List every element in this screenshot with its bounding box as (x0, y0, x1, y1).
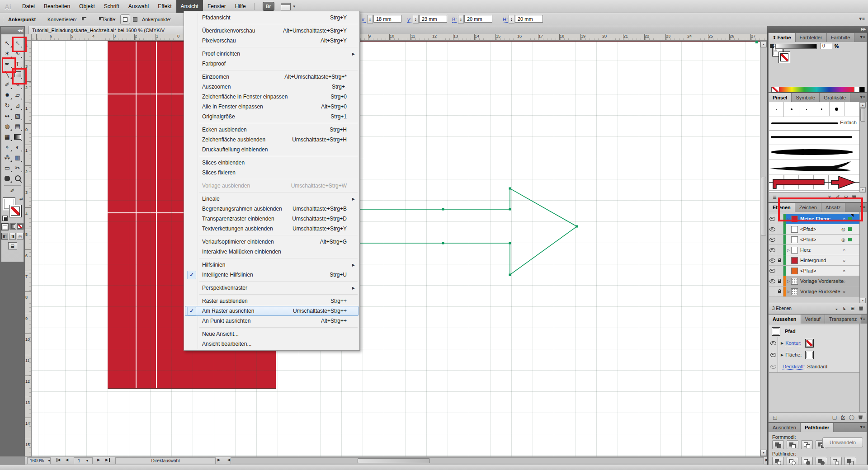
layer-row[interactable]: Hintergrund ○ (769, 255, 860, 266)
panel-tab[interactable]: ⇕ Farbe (769, 33, 796, 42)
height-field[interactable]: 20 mm (515, 15, 543, 23)
layer-visibility-toggle[interactable] (769, 235, 776, 244)
menu-item[interactable]: ✓ Proof einrichten ▶ (185, 49, 359, 59)
opacity-link[interactable]: Deckkraft: (783, 364, 805, 370)
eye-icon[interactable] (770, 365, 776, 369)
menu-item[interactable]: ✓ Pixelvorschau Alt+Strg+Y ▶ (185, 36, 359, 46)
symbol-aufspruehen-tool-icon[interactable]: ⁂ (2, 152, 13, 163)
menu-item[interactable]: ✓ Zeichenfläche ausblenden Umschalttaste… (185, 135, 359, 145)
zoom-level-select[interactable]: 1600% ▼ (27, 457, 51, 464)
controlbar-grip[interactable] (2, 15, 4, 24)
menu-item[interactable]: ✓ Originalgröße Strg+1 ▶ (185, 112, 359, 122)
eye-icon[interactable] (770, 341, 776, 345)
perspektivenraster-tool-icon[interactable]: ▤ (13, 121, 23, 132)
panel-tab[interactable]: Grafikstile (820, 93, 850, 102)
layer-lock-toggle[interactable] (776, 245, 783, 255)
menubar-item[interactable]: Effekt (153, 0, 176, 13)
panel-tab[interactable]: Ausrichten (769, 423, 801, 432)
layer-lock-toggle[interactable] (776, 224, 783, 234)
layer-thumbnail[interactable] (791, 236, 798, 243)
layer-lock-toggle[interactable] (776, 255, 783, 265)
vertical-ruler[interactable]: 43210123456789101112131415 (25, 41, 32, 456)
layer-row[interactable]: ▷ Herz ○ (769, 245, 860, 255)
brush-libraries-icon[interactable]: ≣ (773, 194, 777, 200)
brush-item[interactable] (769, 102, 784, 116)
layer-expand-icon[interactable]: ▷ (786, 279, 791, 283)
convert-corner-icon[interactable] (81, 16, 87, 22)
panel-menu-icon[interactable]: ▼≡ (859, 35, 865, 39)
menu-item[interactable]: ✓ Ecken ausblenden Strg+H ▶ (185, 125, 359, 135)
layer-row[interactable]: <Pfad> ◎ (769, 235, 860, 245)
layer-selection-indicator[interactable] (848, 227, 852, 231)
layer-visibility-toggle[interactable] (769, 214, 776, 224)
frei-transformieren-tool-icon[interactable]: ▧ (13, 111, 23, 121)
menu-item[interactable]: ✓ An Punkt ausrichten Alt+Strg++ ▶ (185, 316, 359, 326)
brush-item[interactable] (814, 102, 829, 116)
scroll-up-icon[interactable]: ▲ (760, 41, 767, 47)
menu-item[interactable]: ✓ Alle in Fenster einpassen Alt+Strg+0 ▶ (185, 102, 359, 112)
drehen-tool-icon[interactable]: ↻ (2, 100, 13, 111)
layer-visibility-toggle[interactable] (769, 245, 776, 255)
brush-item-pfeil[interactable] (769, 174, 859, 191)
menu-item[interactable]: ✓ Vorlage ausblenden Umschalttaste+Strg+… (185, 181, 359, 191)
page-number-select[interactable]: 1 ▼ (74, 457, 93, 464)
menu-item[interactable]: ✓ Perspektivenraster ▶ (185, 283, 359, 293)
mess-tool-icon[interactable]: ✐ (1, 188, 24, 194)
tools-collapse-button[interactable]: ◀◀ (1, 27, 24, 34)
add-effect-icon[interactable]: fx (841, 414, 845, 420)
menu-item[interactable]: ✓ Transparenzraster einblenden Umschaltt… (185, 214, 359, 224)
slider-marker[interactable] (774, 47, 778, 52)
menubar-item[interactable]: Objekt (75, 0, 99, 13)
menu-item[interactable]: ✓ Druckaufteilung einblenden ▶ (185, 145, 359, 155)
layer-target-icon[interactable]: ○ (843, 258, 845, 263)
menu-item[interactable]: ✓ Raster ausblenden Strg++ ▶ (185, 296, 359, 306)
menu-item[interactable]: ✓ Farbproof ▶ (185, 59, 359, 69)
color-button[interactable] (1, 223, 9, 230)
dock-collapse-button[interactable]: ▶▶ (767, 26, 868, 33)
menu-item[interactable]: ✓ Überdruckenvorschau Alt+Umschalttaste+… (185, 26, 359, 36)
layer-visibility-toggle[interactable] (769, 255, 776, 265)
menu-item[interactable]: ✓ ▶ (185, 23, 359, 26)
radiergummi-tool-icon[interactable]: ▱ (13, 90, 23, 100)
shape-mode-minus-front-button[interactable] (787, 440, 798, 449)
new-sublayer-icon[interactable]: ↳ (842, 306, 846, 311)
menubar-item[interactable]: Auswahl (124, 0, 153, 13)
layer-selection-indicator[interactable] (848, 238, 852, 241)
status-menu-arrow-icon[interactable]: ▶ (217, 458, 220, 462)
y-stepper[interactable]: ▲▼ (413, 15, 419, 24)
white-swatch[interactable] (854, 87, 859, 92)
height-stepper[interactable]: ▲▼ (509, 15, 514, 24)
x-stepper[interactable]: ▲▼ (367, 15, 373, 24)
clear-appearance-icon[interactable]: ▢ (832, 414, 837, 420)
expand-icon[interactable]: ▶ (781, 353, 783, 357)
menubar-item[interactable]: Datei (18, 0, 39, 13)
delete-layer-icon[interactable] (859, 306, 863, 310)
hand-tool-icon[interactable] (2, 173, 13, 183)
layer-row[interactable]: ▷ Vorlage Vorderseite ○ (769, 276, 860, 287)
gradient-button[interactable] (9, 223, 16, 230)
layer-lock-toggle[interactable] (776, 276, 783, 286)
auswahl-tool-icon[interactable]: ↖ (2, 38, 13, 48)
horizontal-scrollbar[interactable] (231, 457, 764, 464)
bridge-button[interactable]: Br (263, 2, 274, 11)
pipette-tool-icon[interactable]: ⌖ (2, 142, 13, 152)
black-swatch[interactable] (859, 87, 864, 92)
verlauf-tool-icon[interactable] (13, 132, 23, 142)
stroke-swatch[interactable] (9, 205, 22, 217)
arrange-documents-caret-icon[interactable]: ▼ (292, 5, 296, 9)
menu-item[interactable]: ✓ Slices fixieren ▶ (185, 168, 359, 178)
menu-item[interactable]: ✓ Interaktive Mallücken einblenden ▶ (185, 247, 359, 257)
appearance-scrollbar[interactable] (859, 324, 866, 412)
panel-tab[interactable]: Transparenz (825, 315, 861, 324)
layer-thumbnail[interactable] (791, 247, 798, 254)
shape-mode-unite-button[interactable] (772, 440, 784, 449)
layer-visibility-toggle[interactable] (769, 266, 776, 276)
hide-handles-button[interactable] (133, 17, 137, 22)
brush-item-kohle[interactable] (769, 131, 859, 145)
brush-item[interactable] (830, 102, 844, 116)
appearance-item-row[interactable]: Pfad (769, 325, 860, 338)
expand-button[interactable]: Umwandeln (822, 437, 863, 447)
layer-thumbnail[interactable] (791, 278, 798, 285)
status-tool-indicator[interactable]: Direktauswahl (115, 457, 216, 464)
none-button[interactable] (17, 223, 24, 230)
